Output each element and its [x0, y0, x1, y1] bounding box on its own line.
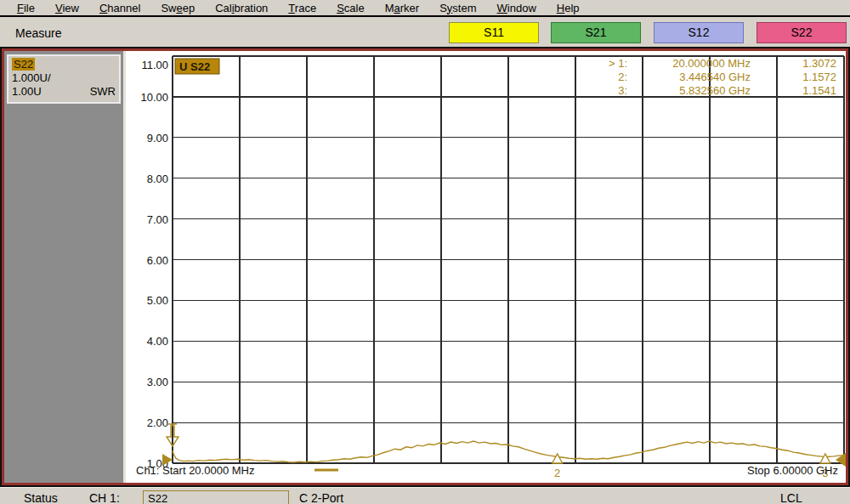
measure-toolbar-label: Measure — [15, 26, 61, 40]
y-axis-tick-label: 11.00 — [141, 59, 168, 71]
y-axis-tick-label: 8.00 — [147, 173, 168, 185]
marker-readout-number: 2: — [618, 71, 627, 83]
status-channel-label: CH 1: — [89, 491, 120, 504]
menu-item-file[interactable]: File — [7, 1, 45, 15]
y-axis-tick-label: 9.00 — [147, 132, 168, 144]
sparam-button-s21[interactable]: S21 — [551, 22, 641, 43]
status-correction-label: C 2-Port — [299, 491, 343, 504]
y-axis-tick-label: 10.00 — [140, 91, 168, 104]
status-mode-label: LCL — [780, 491, 802, 504]
menu-item-help[interactable]: Help — [547, 1, 590, 15]
sparam-button-s11[interactable]: S11 — [449, 22, 539, 43]
menu-item-scale[interactable]: Scale — [326, 1, 375, 15]
sweep-start-label: Ch1: Start 20.0000 MHz — [136, 464, 254, 477]
menu-item-trace[interactable]: Trace — [278, 1, 326, 15]
marker-readout-value: 1.3072 — [802, 57, 836, 70]
swr-chart: 11.0010.009.008.007.006.005.004.003.002.… — [126, 51, 846, 483]
y-axis-tick-label: 2.00 — [147, 416, 168, 429]
marker-readout-number: 3: — [618, 84, 627, 97]
marker-readout-frequency: 5.832560 GHz — [679, 84, 751, 97]
y-axis-tick-label: 7.00 — [147, 213, 168, 226]
channel-frame: S22 1.000U/ 1.00U SWR 11.0010.009.008.00… — [2, 48, 848, 485]
menu-item-system[interactable]: System — [429, 1, 486, 15]
menu-item-sweep[interactable]: Sweep — [150, 1, 205, 15]
measure-toolbar: Measure S11 S21 S12 S22 — [0, 19, 850, 47]
trace-status-box[interactable]: S22 1.000U/ 1.00U SWR — [7, 54, 121, 104]
y-axis-tick-label: 3.00 — [147, 376, 168, 388]
marker-readout-value: 1.1572 — [802, 71, 836, 83]
menu-item-calibration[interactable]: Calibration — [205, 1, 278, 15]
trace-status-format: SWR — [90, 85, 116, 99]
sweep-stop-label: Stop 6.00000 GHz — [747, 464, 838, 477]
trace-status-panel: S22 1.000U/ 1.00U SWR — [4, 51, 126, 483]
menu-item-view[interactable]: View — [45, 1, 89, 15]
marker-readout-frequency: 3.446540 GHz — [679, 71, 751, 83]
menu-item-window[interactable]: Window — [487, 1, 547, 15]
trace-status-reference: 1.00U — [12, 85, 42, 99]
marker-readout-frequency: 20.000000 MHz — [672, 57, 751, 70]
sparam-button-s12[interactable]: S12 — [654, 22, 744, 43]
measurement-window: S22 1.000U/ 1.00U SWR 11.0010.009.008.00… — [0, 47, 850, 487]
status-label: Status — [24, 491, 58, 504]
marker-readout-number: > 1: — [609, 57, 627, 70]
sparam-button-s22[interactable]: S22 — [756, 22, 847, 43]
active-trace-badge-label: U S22 — [179, 60, 210, 73]
menu-bar: FileViewChannelSweepCalibrationTraceScal… — [0, 0, 850, 17]
marker-2-triangle[interactable] — [552, 454, 563, 463]
menu-item-channel[interactable]: Channel — [89, 1, 150, 15]
y-axis-tick-label: 4.00 — [147, 335, 168, 348]
trace-status-scale: 1.000U/ — [12, 71, 116, 85]
status-bar: Status CH 1: S22 C 2-Port LCL — [0, 487, 850, 504]
status-trace-indicator: S22 — [143, 490, 289, 504]
marker-3-triangle[interactable] — [820, 454, 830, 463]
trace-status-trace: S22 — [12, 58, 35, 71]
menu-item-marker[interactable]: Marker — [375, 1, 430, 15]
marker-2-number-label: 2 — [554, 467, 560, 479]
y-axis-tick-label: 6.00 — [147, 254, 168, 267]
y-axis-tick-label: 5.00 — [147, 294, 168, 307]
chart-area: 11.0010.009.008.007.006.005.004.003.002.… — [126, 51, 846, 483]
marker-readout-value: 1.1541 — [802, 84, 836, 97]
